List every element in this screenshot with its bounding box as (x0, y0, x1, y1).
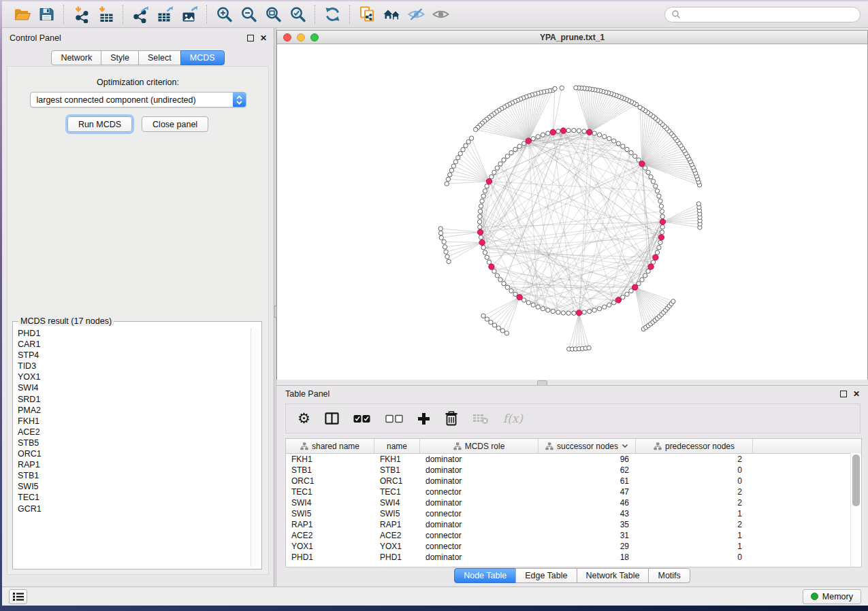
result-node-item[interactable]: SRD1 (15, 394, 250, 405)
table-row[interactable]: STB1STB1dominator620 (286, 465, 861, 476)
cell: SWI4 (374, 498, 420, 508)
maximize-window-button[interactable] (310, 33, 319, 42)
horizontal-splitter[interactable] (276, 380, 868, 385)
zoom-fit-icon (264, 5, 283, 23)
table-row[interactable]: RAP1RAP1dominator352 (286, 519, 861, 530)
column-header-predecessor-nodes[interactable]: predecessor nodes (636, 439, 753, 453)
add-column-button[interactable] (417, 412, 430, 425)
panel-menu-button[interactable] (9, 589, 27, 604)
zoom-in-button[interactable] (212, 3, 236, 25)
criterion-select[interactable]: largest connected component (undirected) (30, 92, 246, 108)
import-network-button[interactable] (69, 3, 93, 25)
zoom-fit-button[interactable] (261, 3, 285, 25)
result-node-item[interactable]: STB1 (15, 470, 250, 481)
list-icon (12, 591, 25, 602)
tab-edge-table[interactable]: Edge Table (515, 568, 577, 583)
save-session-button[interactable] (34, 3, 59, 25)
attribute-icon (654, 442, 662, 450)
close-panel-icon[interactable]: ✕ (260, 34, 267, 42)
table-scrollbar[interactable] (850, 453, 861, 567)
result-node-item[interactable]: FKH1 (15, 416, 250, 427)
result-node-item[interactable]: PMA2 (15, 405, 250, 416)
hide-selected-button[interactable] (404, 3, 428, 25)
cell: 0 (636, 465, 753, 475)
result-node-item[interactable]: PHD1 (15, 328, 250, 339)
minimize-window-button[interactable] (297, 33, 305, 42)
delete-column-button[interactable] (445, 411, 458, 426)
tab-motifs[interactable]: Motifs (648, 568, 690, 583)
import-table-button[interactable] (93, 3, 118, 25)
table-row[interactable]: ACE2ACE2connector311 (286, 530, 861, 541)
cell: ACE2 (374, 531, 420, 540)
cell: 46 (539, 498, 636, 508)
search-box[interactable] (664, 7, 861, 22)
tab-network-table[interactable]: Network Table (577, 568, 649, 583)
run-mcds-button[interactable]: Run MCDS (67, 116, 132, 132)
network-canvas[interactable] (277, 44, 867, 380)
export-table-button[interactable] (152, 3, 177, 25)
result-node-item[interactable]: SWI5 (15, 481, 250, 492)
memory-label: Memory (822, 592, 853, 601)
column-header-successor-nodes[interactable]: successor nodes (539, 439, 636, 453)
result-node-item[interactable]: TID3 (15, 361, 250, 371)
zoom-selected-button[interactable] (285, 3, 310, 25)
result-node-item[interactable]: ACE2 (15, 427, 250, 437)
scrollbar-thumb[interactable] (852, 455, 860, 506)
close-panel-icon[interactable]: ✕ (853, 390, 860, 398)
control-panel: Control Panel ✕ NetworkStyleSelectMCDS O… (2, 28, 274, 587)
mcds-result-list[interactable]: PHD1CAR1STP4TID3YOX1SWI4SRD1PMA2FKH1ACE2… (15, 328, 250, 567)
close-panel-button[interactable]: Close panel (142, 116, 208, 132)
result-node-item[interactable]: ORC1 (15, 448, 250, 459)
table-row[interactable]: TEC1TEC1connector472 (286, 486, 861, 497)
first-neighbors-button[interactable] (379, 3, 404, 25)
result-scrollbar[interactable] (251, 328, 260, 567)
memory-button[interactable]: Memory (803, 589, 861, 604)
result-node-item[interactable]: RAP1 (15, 459, 250, 470)
cell: connector (420, 487, 539, 497)
column-header-name[interactable]: name (374, 439, 420, 453)
status-bar: Memory (2, 587, 868, 606)
export-network-button[interactable] (128, 3, 152, 25)
tab-style[interactable]: Style (101, 50, 139, 65)
tab-node-table[interactable]: Node Table (454, 568, 516, 583)
table-row[interactable]: PHD1PHD1dominator180 (286, 552, 861, 563)
new-network-from-selection-button[interactable] (355, 3, 379, 25)
result-node-item[interactable]: TEC1 (15, 492, 250, 503)
gear-icon: ⚙ (298, 412, 310, 426)
result-node-item[interactable]: GCR1 (15, 503, 250, 514)
column-settings-button[interactable]: ⚙ (298, 412, 310, 426)
cell: dominator (420, 520, 539, 529)
close-window-button[interactable] (283, 33, 291, 42)
search-input[interactable] (684, 9, 854, 20)
float-panel-icon[interactable] (247, 35, 254, 42)
table-row[interactable]: SWI4SWI4dominator462 (286, 497, 861, 508)
export-image-button[interactable] (177, 3, 202, 25)
save-icon (37, 5, 56, 23)
result-node-item[interactable]: YOX1 (15, 371, 250, 382)
table-row[interactable]: ORC1ORC1dominator610 (286, 476, 861, 486)
result-node-item[interactable]: CAR1 (15, 339, 250, 350)
select-all-button[interactable] (353, 414, 371, 423)
plus-icon (417, 412, 430, 425)
table-row[interactable]: SWI5SWI5connector431 (286, 508, 861, 519)
show-all-button[interactable] (428, 3, 453, 25)
tab-select[interactable]: Select (138, 50, 181, 65)
float-panel-icon[interactable] (840, 391, 847, 397)
refresh-view-button[interactable] (320, 3, 344, 25)
result-node-item[interactable]: STB5 (15, 437, 250, 448)
split-view-button[interactable] (325, 412, 339, 425)
table-row[interactable]: YOX1YOX1connector291 (286, 541, 861, 552)
mcds-result-group: MCDS result (17 nodes) PHD1CAR1STP4TID3Y… (12, 316, 262, 569)
result-node-item[interactable]: SWI4 (15, 382, 250, 393)
cell: FKH1 (374, 455, 420, 464)
deselect-all-button[interactable] (385, 414, 403, 423)
zoom-out-button[interactable] (236, 3, 261, 25)
column-header-shared-name[interactable]: shared name (286, 439, 374, 453)
column-header-MCDS-role[interactable]: MCDS role (420, 439, 539, 453)
cell: YOX1 (286, 542, 374, 551)
open-file-button[interactable] (10, 3, 34, 25)
tab-network[interactable]: Network (51, 50, 101, 65)
tab-mcds[interactable]: MCDS (180, 50, 225, 65)
table-row[interactable]: FKH1FKH1dominator962 (286, 454, 861, 465)
result-node-item[interactable]: STP4 (15, 350, 250, 361)
